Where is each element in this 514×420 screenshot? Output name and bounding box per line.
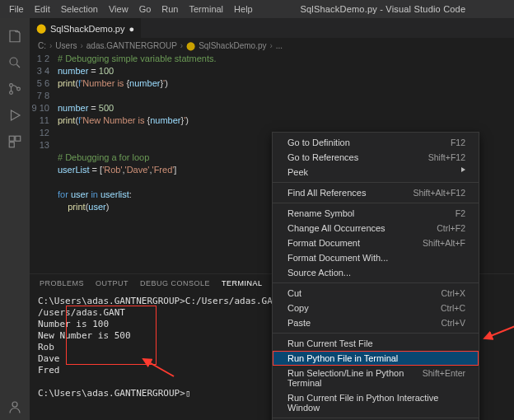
svg-rect-6 bbox=[9, 142, 14, 147]
ctx-copy[interactable]: CopyCtrl+C bbox=[273, 301, 479, 315]
crumb[interactable]: adas.GANTNERGROUP bbox=[86, 41, 183, 50]
ctx-label: Rename Symbol bbox=[287, 208, 354, 218]
ctx-shortcut: F12 bbox=[451, 138, 465, 147]
ctx-run-selection-line-in-python-terminal[interactable]: Run Selection/Line in Python TerminalShi… bbox=[273, 366, 479, 390]
ctx-cut[interactable]: CutCtrl+X bbox=[273, 286, 479, 301]
ctx-format-document-with[interactable]: Format Document With... bbox=[273, 250, 479, 265]
account-icon[interactable] bbox=[0, 394, 30, 420]
search-icon[interactable] bbox=[0, 49, 30, 76]
ctx-label: Format Document bbox=[287, 238, 360, 248]
window-title: SqlShackDemo.py - Visual Studio Code bbox=[257, 4, 509, 14]
ctx-label: Peek bbox=[287, 167, 308, 177]
svg-rect-4 bbox=[9, 136, 14, 141]
ctx-label: Paste bbox=[287, 318, 311, 328]
svg-point-7 bbox=[12, 402, 17, 407]
ctx-run-current-test-file[interactable]: Run Current Test File bbox=[273, 336, 479, 351]
ctx-label: Run Current File in Python Interactive W… bbox=[287, 393, 465, 413]
files-icon[interactable] bbox=[0, 23, 30, 49]
ctx-separator bbox=[273, 418, 479, 418]
panel-tab-output[interactable]: OUTPUT bbox=[96, 279, 128, 287]
ctx-label: Cut bbox=[287, 288, 301, 298]
panel-tab-terminal[interactable]: TERMINAL bbox=[222, 279, 263, 287]
menu-go[interactable]: Go bbox=[135, 2, 156, 16]
ctx-peek[interactable]: Peek bbox=[273, 165, 479, 180]
svg-point-0 bbox=[10, 58, 17, 65]
crumb[interactable]: SqlShackDemo.py bbox=[199, 41, 273, 50]
panel-tab-problems[interactable]: PROBLEMS bbox=[40, 279, 84, 287]
ctx-go-to-references[interactable]: Go to ReferencesShift+F12 bbox=[273, 150, 479, 165]
activity-bar bbox=[0, 18, 30, 420]
ctx-shortcut: Shift+F12 bbox=[428, 152, 465, 162]
ctx-shortcut: Ctrl+X bbox=[442, 288, 465, 298]
ctx-label: Run Python File in Terminal bbox=[287, 353, 398, 363]
ctx-label: Copy bbox=[287, 303, 309, 313]
ctx-label: Find All References bbox=[287, 188, 366, 198]
editor-context-menu[interactable]: Go to DefinitionF12Go to ReferencesShift… bbox=[272, 132, 479, 420]
ctx-label: Run Current Test File bbox=[287, 338, 373, 348]
ctx-shortcut: Shift+Alt+F12 bbox=[413, 188, 465, 198]
line-gutter: 1 2 3 4 5 6 7 8 9 10 11 12 13 bbox=[30, 53, 58, 273]
ctx-label: Run Selection/Line in Python Terminal bbox=[287, 368, 423, 388]
ctx-separator bbox=[273, 282, 479, 283]
ctx-separator bbox=[273, 182, 479, 183]
ctx-shortcut: Ctrl+F2 bbox=[437, 223, 465, 233]
menu-view[interactable]: View bbox=[105, 2, 133, 16]
tabs-bar: ⬤ SqlShackDemo.py ● bbox=[30, 18, 514, 38]
svg-point-2 bbox=[10, 91, 13, 95]
ctx-shortcut: Shift+Alt+F bbox=[423, 238, 465, 248]
ctx-rename-symbol[interactable]: Rename SymbolF2 bbox=[273, 206, 479, 221]
python-icon: ⬤ bbox=[36, 23, 46, 34]
chevron-right-icon bbox=[461, 167, 465, 172]
extensions-icon[interactable] bbox=[0, 128, 30, 155]
crumb[interactable]: Users bbox=[55, 41, 82, 50]
python-icon: ⬤ bbox=[186, 41, 195, 50]
breadcrumb[interactable]: C:Usersadas.GANTNERGROUP⬤ SqlShackDemo.p… bbox=[30, 38, 514, 53]
ctx-label: Change All Occurrences bbox=[287, 223, 386, 233]
menu-edit[interactable]: Edit bbox=[30, 2, 54, 16]
menubar: FileEditSelectionViewGoRunTerminalHelp bbox=[5, 2, 257, 16]
titlebar: FileEditSelectionViewGoRunTerminalHelp S… bbox=[0, 0, 514, 18]
ctx-format-document[interactable]: Format DocumentShift+Alt+F bbox=[273, 236, 479, 250]
menu-run[interactable]: Run bbox=[157, 2, 182, 16]
run-debug-icon[interactable] bbox=[0, 102, 30, 128]
crumb[interactable]: ... bbox=[276, 41, 283, 50]
ctx-label: Go to References bbox=[287, 152, 358, 162]
ctx-change-all-occurrences[interactable]: Change All OccurrencesCtrl+F2 bbox=[273, 221, 479, 236]
svg-point-1 bbox=[10, 84, 13, 87]
menu-selection[interactable]: Selection bbox=[57, 2, 102, 16]
ctx-shortcut: Ctrl+C bbox=[441, 303, 465, 313]
ctx-source-action[interactable]: Source Action... bbox=[273, 265, 479, 280]
panel-tab-debug-console[interactable]: DEBUG CONSOLE bbox=[140, 279, 210, 287]
tab-dirty-indicator: ● bbox=[129, 24, 135, 34]
crumb[interactable]: C: bbox=[38, 41, 52, 50]
ctx-separator bbox=[273, 203, 479, 203]
ctx-paste[interactable]: PasteCtrl+V bbox=[273, 315, 479, 330]
menu-file[interactable]: File bbox=[5, 2, 28, 16]
ctx-find-all-references[interactable]: Find All ReferencesShift+Alt+F12 bbox=[273, 185, 479, 200]
menu-terminal[interactable]: Terminal bbox=[185, 2, 228, 16]
ctx-shortcut: Ctrl+V bbox=[442, 318, 465, 328]
ctx-separator bbox=[273, 333, 479, 334]
ctx-go-to-definition[interactable]: Go to DefinitionF12 bbox=[273, 135, 479, 150]
tab-sqlshackdemo[interactable]: ⬤ SqlShackDemo.py ● bbox=[30, 18, 141, 38]
scm-icon[interactable] bbox=[0, 76, 30, 102]
ctx-label: Format Document With... bbox=[287, 253, 388, 263]
ctx-label: Source Action... bbox=[287, 268, 351, 278]
ctx-shortcut: Shift+Enter bbox=[423, 368, 465, 388]
ctx-run-current-file-in-python-interactive-window[interactable]: Run Current File in Python Interactive W… bbox=[273, 390, 479, 415]
ctx-label: Go to Definition bbox=[287, 138, 350, 147]
tab-filename: SqlShackDemo.py bbox=[50, 24, 125, 34]
svg-rect-5 bbox=[16, 136, 21, 141]
ctx-shortcut: F2 bbox=[456, 208, 465, 218]
menu-help[interactable]: Help bbox=[230, 2, 257, 16]
ctx-run-python-file-in-terminal[interactable]: Run Python File in Terminal bbox=[273, 351, 479, 366]
